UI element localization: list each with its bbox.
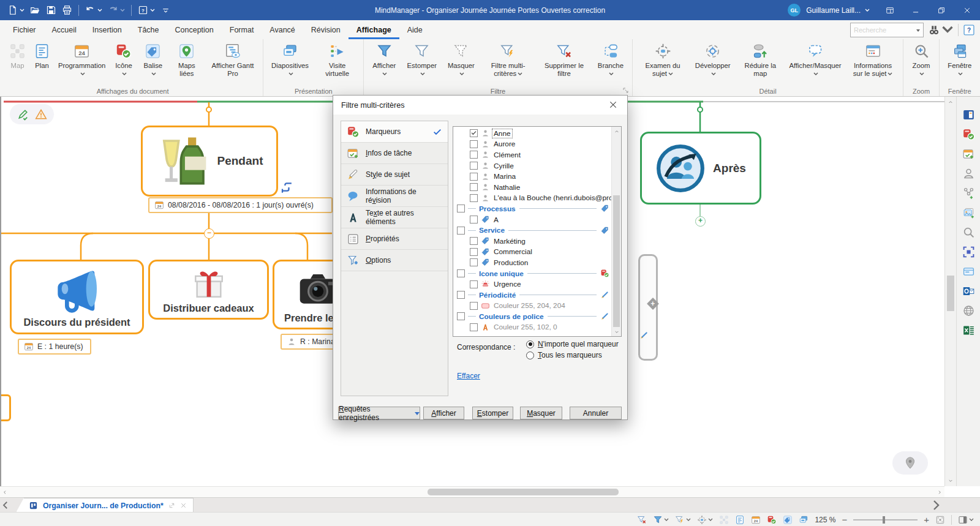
pendant-task-dates[interactable]: 24 08/08/2016 - 08/08/2016 : 1 jour(s) o… bbox=[148, 197, 333, 213]
scroll-down-icon[interactable] bbox=[945, 475, 956, 486]
status-button[interactable] bbox=[675, 515, 691, 525]
user-name[interactable]: Guillaume Laill... bbox=[806, 6, 861, 15]
window-button[interactable] bbox=[954, 0, 980, 20]
row-checkbox[interactable] bbox=[470, 151, 478, 159]
marker-row[interactable]: Service Service bbox=[454, 225, 611, 236]
tab-scroll-right-icon[interactable] bbox=[929, 498, 943, 513]
marker-row[interactable]: Processus Processus bbox=[454, 203, 611, 214]
marker-row[interactable]: Production Production bbox=[454, 257, 611, 268]
marker-row[interactable]: L'eau à la Bouche (henri.dubois@proactif… bbox=[454, 193, 611, 204]
qat-button[interactable] bbox=[59, 2, 75, 18]
sidebar-button[interactable] bbox=[959, 147, 978, 161]
ribbon-button[interactable]: Maps liées bbox=[168, 40, 205, 78]
status-button[interactable] bbox=[637, 515, 647, 525]
avatar[interactable]: GL bbox=[788, 4, 801, 17]
row-checkbox[interactable] bbox=[457, 312, 465, 320]
marker-row[interactable]: Couleurs de police Couleurs de police bbox=[454, 311, 611, 322]
row-checkbox[interactable] bbox=[470, 173, 478, 181]
ribbon-button[interactable]: Diapositives bbox=[266, 40, 314, 78]
ribbon-button[interactable]: Examen du sujet bbox=[636, 40, 690, 78]
ribbon-button[interactable]: Icône bbox=[110, 40, 137, 78]
status-button[interactable] bbox=[697, 515, 713, 525]
sidebar-button[interactable] bbox=[959, 284, 978, 298]
topic-apres[interactable]: Après bbox=[640, 132, 761, 205]
dialog-tab[interactable]: Style de sujet bbox=[341, 164, 448, 186]
sidebar-button[interactable] bbox=[959, 108, 978, 122]
ribbon-button[interactable]: Zoom bbox=[907, 40, 935, 78]
qat-button[interactable] bbox=[105, 2, 127, 18]
topic-partial-left[interactable] bbox=[0, 394, 11, 421]
status-button[interactable]: 24 bbox=[751, 515, 761, 525]
status-button[interactable] bbox=[783, 515, 793, 525]
discours-effort[interactable]: 24 E : 1 heure(s) bbox=[18, 339, 91, 355]
row-checkbox[interactable] bbox=[470, 248, 478, 256]
ribbon-button[interactable]: 24 Programmation bbox=[55, 40, 109, 78]
dialog-button[interactable]: Annuler bbox=[570, 407, 622, 419]
expand-button[interactable]: + bbox=[695, 216, 706, 227]
ribbon-button[interactable]: Informations sur le sujet bbox=[846, 40, 900, 78]
row-checkbox[interactable] bbox=[457, 227, 465, 235]
ribbon-button[interactable]: Afficher/Masquer bbox=[785, 40, 845, 78]
dialog-tab[interactable]: Marqueurs bbox=[341, 121, 448, 143]
popout-icon[interactable] bbox=[168, 502, 175, 509]
window-button[interactable] bbox=[903, 0, 929, 20]
fit-map-button[interactable] bbox=[935, 515, 945, 525]
row-checkbox[interactable] bbox=[457, 205, 465, 212]
ribbon-button[interactable]: Développer bbox=[690, 40, 735, 78]
qat-button[interactable] bbox=[28, 2, 43, 18]
row-checkbox[interactable] bbox=[470, 194, 478, 202]
row-checkbox[interactable] bbox=[470, 129, 478, 137]
ribbon-tab[interactable]: Format bbox=[222, 20, 262, 39]
dialog-tab[interactable]: Options bbox=[341, 250, 448, 271]
relationship-icon[interactable] bbox=[280, 181, 293, 193]
scroll-up-icon[interactable] bbox=[612, 127, 621, 136]
topic-pendant[interactable]: Pendant bbox=[141, 126, 278, 197]
tab-scroll-left-icon[interactable] bbox=[0, 498, 11, 513]
location-pin-pill[interactable] bbox=[892, 451, 928, 475]
ribbon-button[interactable]: Branche bbox=[592, 40, 628, 78]
status-button[interactable] bbox=[767, 515, 777, 525]
scrollbar-thumb[interactable] bbox=[428, 489, 619, 495]
scrollbar-thumb[interactable] bbox=[613, 195, 620, 327]
marker-row[interactable]: Aurore Aurore bbox=[454, 139, 611, 150]
marker-row[interactable]: A A bbox=[454, 214, 611, 225]
marker-row[interactable]: Clément Clément bbox=[454, 149, 611, 160]
sidebar-button[interactable] bbox=[959, 225, 978, 239]
row-checkbox[interactable] bbox=[470, 216, 478, 224]
ribbon-tab[interactable]: Accueil bbox=[44, 20, 85, 39]
ribbon-button[interactable]: Fenêtre bbox=[943, 40, 977, 78]
sidebar-button[interactable] bbox=[959, 323, 978, 337]
status-button[interactable] bbox=[799, 515, 809, 525]
qat-button[interactable] bbox=[78, 5, 79, 16]
find-button[interactable] bbox=[928, 24, 954, 36]
sidebar-button[interactable] bbox=[959, 206, 978, 220]
marker-row[interactable]: Périodicité Périodicité bbox=[454, 290, 611, 301]
topic-discours[interactable]: Discours du président bbox=[10, 260, 144, 334]
status-button[interactable] bbox=[653, 515, 669, 525]
scroll-left-icon[interactable] bbox=[0, 487, 10, 498]
warning-icon[interactable] bbox=[35, 108, 47, 121]
topic-cadeaux[interactable]: Distribuer cadeaux bbox=[148, 260, 269, 320]
ribbon-tab[interactable]: Insertion bbox=[85, 20, 130, 39]
ribbon-button[interactable]: Map bbox=[6, 40, 29, 70]
status-button[interactable] bbox=[719, 515, 729, 525]
zoom-out-button[interactable]: − bbox=[842, 515, 847, 524]
dialog-launcher-icon[interactable] bbox=[622, 87, 630, 94]
document-tab[interactable]: Organiser Journ... de Production* bbox=[16, 498, 194, 513]
zoom-slider[interactable] bbox=[853, 519, 918, 520]
ribbon-button[interactable]: Balise bbox=[138, 40, 168, 78]
close-tab-icon[interactable] bbox=[180, 502, 187, 509]
vertical-scrollbar[interactable] bbox=[944, 97, 956, 486]
qat-button[interactable] bbox=[131, 5, 132, 16]
row-checkbox[interactable] bbox=[457, 269, 465, 277]
scroll-up-icon[interactable] bbox=[945, 97, 956, 108]
row-checkbox[interactable] bbox=[470, 302, 478, 310]
marker-row[interactable]: Marina Marina bbox=[454, 171, 611, 182]
ribbon-button[interactable]: Visite virtuelle bbox=[314, 40, 360, 78]
horizontal-scrollbar[interactable] bbox=[0, 486, 944, 498]
marker-row[interactable]: Anne Anne bbox=[454, 128, 611, 139]
zoom-slider-handle[interactable] bbox=[883, 516, 885, 524]
ribbon-button[interactable]: Réduire la map bbox=[736, 40, 785, 78]
dialog-tab[interactable]: Texte et autres éléments bbox=[341, 207, 448, 228]
ribbon-tab[interactable]: Révision bbox=[303, 20, 349, 39]
